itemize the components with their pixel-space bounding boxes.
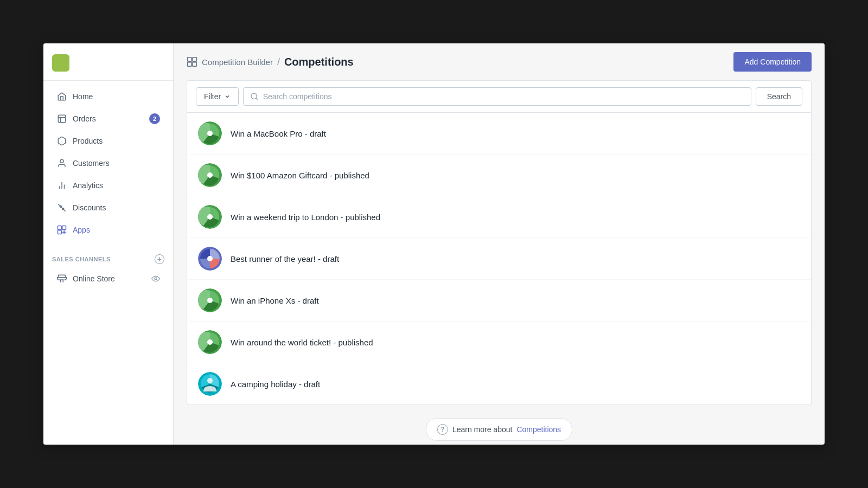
- home-icon: [56, 91, 67, 102]
- add-sales-channel-icon[interactable]: +: [155, 254, 164, 264]
- svg-point-24: [207, 214, 213, 220]
- search-submit-button[interactable]: Search: [756, 87, 802, 106]
- footer-learn: ? Learn more about Competitions: [187, 405, 812, 445]
- svg-point-30: [207, 339, 213, 345]
- competition-item[interactable]: Win a MacBook Pro - draft: [187, 113, 811, 155]
- competition-avatar: [198, 247, 222, 271]
- svg-point-17: [251, 93, 257, 99]
- svg-rect-16: [193, 62, 197, 67]
- search-input[interactable]: [263, 92, 744, 101]
- competition-item[interactable]: A camping holiday - draft: [187, 363, 811, 404]
- apps-icon: [56, 224, 67, 235]
- competition-name: Win a weekend trip to London - published: [231, 213, 380, 222]
- search-input-wrapper: [243, 87, 751, 106]
- sidebar-item-online-store[interactable]: Online Store: [48, 268, 169, 290]
- app-wrapper: Home Orders 2: [43, 43, 825, 445]
- filter-label: Filter: [204, 92, 221, 101]
- online-store-icon: [56, 273, 67, 284]
- svg-rect-14: [193, 57, 197, 62]
- sidebar-item-customers[interactable]: Customers: [48, 152, 169, 174]
- svg-point-12: [155, 278, 157, 280]
- sidebar-customers-label: Customers: [73, 159, 160, 168]
- competition-list: Win a MacBook Pro - draft Win $100 Amazo…: [187, 113, 811, 404]
- breadcrumb-separator: /: [277, 56, 280, 68]
- breadcrumb: Competition Builder / Competitions: [187, 56, 354, 68]
- competition-avatar: [198, 372, 222, 396]
- search-icon: [250, 92, 259, 101]
- logo-square: [52, 54, 69, 72]
- products-icon: [56, 136, 67, 146]
- svg-rect-13: [188, 57, 192, 62]
- competitions-card: Filter Search: [187, 80, 812, 405]
- competition-name: Win an iPhone Xs - draft: [231, 296, 319, 305]
- svg-rect-9: [58, 226, 62, 230]
- competitions-link[interactable]: Competitions: [516, 425, 561, 434]
- orders-badge: 2: [149, 113, 160, 124]
- sales-channels-label: SALES CHANNELS: [52, 256, 111, 262]
- svg-point-20: [207, 131, 213, 136]
- competition-item[interactable]: Win around the world ticket! - published: [187, 322, 811, 363]
- sidebar-nav: Home Orders 2: [43, 81, 173, 246]
- discounts-icon: [56, 202, 67, 213]
- sidebar-discounts-label: Discounts: [73, 203, 160, 212]
- competition-item[interactable]: Win a weekend trip to London - published: [187, 196, 811, 238]
- competition-avatar: [198, 163, 222, 187]
- sidebar-logo: [43, 43, 173, 81]
- svg-rect-0: [58, 115, 66, 123]
- sidebar-apps-label: Apps: [73, 226, 160, 234]
- top-bar: Competition Builder / Competitions Add C…: [174, 43, 825, 80]
- competition-avatar: [198, 205, 222, 229]
- orders-icon: [56, 113, 67, 124]
- svg-point-26: [207, 256, 213, 261]
- competition-avatar: [198, 330, 222, 354]
- sidebar-item-home[interactable]: Home: [48, 86, 169, 107]
- svg-point-28: [207, 298, 213, 303]
- main-content: Competition Builder / Competitions Add C…: [174, 43, 825, 445]
- breadcrumb-current: Competitions: [284, 56, 354, 68]
- online-store-label: Online Store: [73, 274, 115, 283]
- competition-name: A camping holiday - draft: [231, 380, 320, 389]
- customers-icon: [56, 158, 67, 169]
- sidebar-item-orders[interactable]: Orders 2: [48, 108, 169, 130]
- sidebar: Home Orders 2: [43, 43, 174, 445]
- sidebar-item-discounts[interactable]: Discounts: [48, 197, 169, 219]
- question-icon: ?: [437, 424, 448, 435]
- eye-icon[interactable]: [151, 274, 160, 283]
- sidebar-home-label: Home: [73, 92, 160, 101]
- sales-channels-section: SALES CHANNELS +: [43, 246, 173, 267]
- competition-item[interactable]: Win an iPhone Xs - draft: [187, 280, 811, 322]
- competition-name: Best runner of the year! - draft: [231, 254, 339, 264]
- chevron-down-icon: [224, 93, 231, 100]
- svg-rect-11: [58, 230, 62, 234]
- svg-point-3: [60, 159, 63, 163]
- svg-rect-10: [62, 226, 66, 230]
- sidebar-item-analytics[interactable]: Analytics: [48, 175, 169, 196]
- competition-avatar: [198, 121, 222, 145]
- competition-item[interactable]: Win $100 Amazon Giftcard - published: [187, 155, 811, 196]
- search-bar: Filter Search: [187, 81, 811, 113]
- sidebar-products-label: Products: [73, 137, 160, 145]
- breadcrumb-builder: Competition Builder: [202, 57, 273, 67]
- sidebar-item-products[interactable]: Products: [48, 130, 169, 152]
- content-area: Filter Search: [174, 80, 825, 445]
- svg-rect-15: [188, 62, 192, 67]
- sidebar-item-apps[interactable]: Apps: [48, 219, 169, 241]
- competition-name: Win $100 Amazon Giftcard - published: [231, 171, 369, 180]
- analytics-icon: [56, 180, 67, 191]
- svg-point-32: [207, 378, 213, 383]
- competition-builder-icon: [187, 56, 197, 67]
- svg-point-22: [207, 172, 213, 178]
- competition-name: Win a MacBook Pro - draft: [231, 129, 326, 138]
- competition-name: Win around the world ticket! - published: [231, 338, 373, 347]
- competition-item[interactable]: Best runner of the year! - draft: [187, 238, 811, 280]
- competition-avatar: [198, 288, 222, 312]
- sidebar-orders-label: Orders: [73, 114, 149, 123]
- filter-button[interactable]: Filter: [196, 87, 239, 106]
- learn-pill: ? Learn more about Competitions: [426, 418, 572, 441]
- svg-line-18: [256, 98, 258, 100]
- add-competition-button[interactable]: Add Competition: [733, 52, 812, 72]
- learn-text: Learn more about: [452, 425, 513, 434]
- sidebar-analytics-label: Analytics: [73, 181, 160, 190]
